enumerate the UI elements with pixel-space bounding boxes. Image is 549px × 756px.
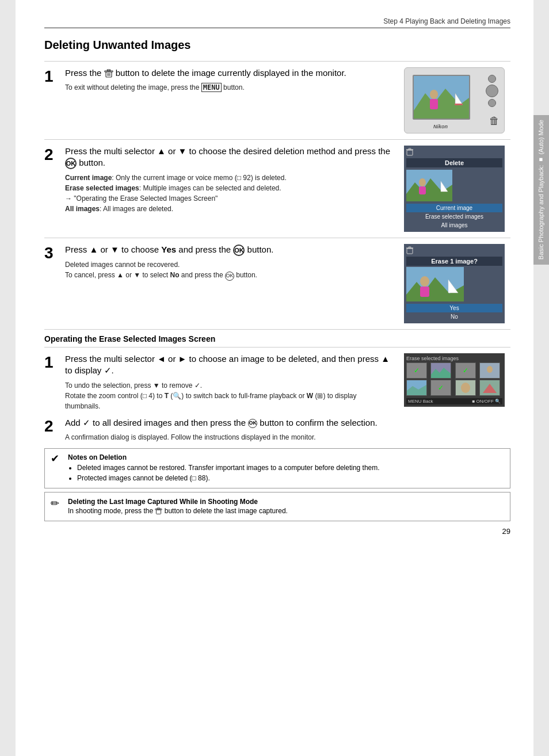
notes-list: Deleted images cannot be restored. Trans… (68, 463, 380, 483)
sub-step-2-body: A confirmation dialog is displayed. Foll… (65, 432, 505, 442)
svg-point-13 (430, 90, 438, 99)
thumb-6 (430, 380, 451, 396)
svg-rect-41 (157, 510, 161, 514)
sub-section-title-text: Operating the Erase Selected Images Scre… (44, 334, 215, 343)
thumb-2 (430, 362, 451, 379)
lcd-erase-photo-svg (406, 267, 464, 301)
ok-btn-icon-4: OK (248, 419, 257, 428)
page: Basic Photography and Playback: ■ (Auto)… (16, 0, 533, 756)
step-3-heading: Press ▲ or ▼ to choose Yes and press the… (65, 244, 392, 256)
step-2: 2 Press the multi selector ▲ or ▼ to cho… (44, 139, 510, 232)
lcd-menu-all: All images (406, 221, 502, 230)
note-item-1: Deleted images cannot be restored. Trans… (77, 463, 380, 473)
thumbnail-grid (406, 362, 502, 396)
step-2-heading: Press the multi selector ▲ or ▼ to choos… (65, 146, 392, 169)
step-2-image: Delete Current image Erase selected imag… (404, 146, 510, 232)
sub-step-1-heading: Press the multi selector ◄ or ► to choos… (65, 353, 392, 377)
step-1-content: Press the button to delete the image cur… (65, 67, 398, 133)
lcd-erase-sel-screen: Erase selected images (404, 353, 505, 407)
svg-rect-21 (419, 186, 426, 194)
trash-icon-small-2 (406, 246, 413, 254)
sub-step-2-content: Add ✓ to all desired images and then pre… (65, 417, 510, 442)
step-1-body: To exit without deleting the image, pres… (65, 82, 392, 93)
sub-step-1-image: Erase selected images (404, 353, 510, 411)
step-2-number: 2 (44, 146, 65, 232)
lcd-erase-screen: Erase 1 image? Yes No (404, 244, 505, 323)
lcd-onoff-label: ■ ON/OFF 🔍 (472, 399, 501, 404)
ctrl-btn-3 (488, 99, 496, 107)
note-icon: ✔ (51, 453, 63, 464)
lcd-menu-erase: Erase selected images (406, 212, 502, 221)
ctrl-btn-ok (486, 85, 498, 97)
trash-icon-tip (155, 507, 162, 515)
step-1-image: 🗑 Nikon (404, 67, 510, 133)
ctrl-btn-1 (488, 75, 496, 83)
step-1: 1 Press the button to delete the image c… (44, 61, 510, 133)
ok-btn-icon: OK (65, 158, 77, 169)
trash-icon-small (406, 148, 413, 156)
step-1-heading: Press the button to delete the image cur… (65, 67, 392, 79)
thumb-5 (406, 380, 427, 396)
thumb-1 (406, 362, 427, 379)
step-3-number: 3 (44, 244, 65, 323)
section-title: Deleting Unwanted Images (44, 39, 510, 52)
step-2-body: Current image: Only the current image or… (65, 173, 392, 214)
nikon-logo: Nikon (433, 124, 448, 129)
lcd-delete-title: Delete (406, 158, 502, 167)
lcd-menu-items: Current image Erase selected images All … (406, 204, 502, 230)
tip-body: In shooting mode, press the button to de… (68, 506, 288, 516)
sub-step-2-heading: Add ✓ to all desired images and then pre… (65, 417, 505, 429)
note-title: Notes on Deletion (68, 453, 380, 461)
tip-content: Deleting the Last Image Captured While i… (68, 497, 288, 516)
lcd-back-label: MENU Back (408, 399, 433, 404)
step-3-body: Deleted images cannot be recovered. To c… (65, 259, 392, 281)
note-content: Notes on Deletion Deleted images cannot … (68, 453, 380, 483)
tip-box: ✏ Deleting the Last Image Captured While… (44, 492, 510, 521)
sub-step-2: 2 Add ✓ to all desired images and then p… (44, 417, 510, 442)
page-number: 29 (44, 527, 510, 536)
thumb-4 (479, 362, 500, 379)
step-1-number: 1 (44, 67, 65, 133)
svg-rect-23 (407, 249, 413, 254)
lcd-menu-current: Current image (406, 204, 502, 212)
page-header-text: Step 4 Playing Back and Deleting Images (383, 17, 510, 25)
note-item-2: Protected images cannot be deleted (□ 88… (77, 473, 380, 483)
side-tab-text: Basic Photography and Playback: ■ (Auto)… (537, 120, 545, 259)
ok-btn-icon-2: OK (233, 245, 245, 256)
sub-step-2-number: 2 (44, 417, 65, 442)
thumb-8 (479, 380, 500, 396)
ok-btn-icon-3: OK (225, 272, 234, 281)
step-3-image: Erase 1 image? Yes No (404, 244, 510, 323)
trash-icon (104, 69, 113, 78)
lcd-erase-photo (406, 267, 502, 301)
tip-icon: ✏ (51, 497, 63, 510)
lcd-erase-title: Erase 1 image? (406, 257, 502, 266)
side-tab: Basic Photography and Playback: ■ (Auto)… (533, 115, 549, 265)
sub-step-1-body: To undo the selection, press ▼ to remove… (65, 380, 392, 411)
tip-title: Deleting the Last Image Captured While i… (68, 498, 258, 506)
svg-rect-15 (407, 150, 413, 155)
camera-trash-btn: 🗑 (489, 115, 500, 127)
svg-point-34 (487, 366, 493, 373)
svg-point-28 (420, 276, 429, 287)
sub-section-title: Operating the Erase Selected Images Scre… (44, 329, 510, 343)
svg-rect-25 (409, 247, 411, 248)
svg-rect-43 (158, 508, 161, 509)
svg-point-20 (419, 178, 426, 186)
lcd-yes: Yes (406, 304, 502, 312)
page-header: Step 4 Playing Back and Deleting Images (44, 17, 510, 28)
svg-rect-14 (430, 99, 438, 109)
lcd-photo-area (406, 170, 502, 201)
step-2-content: Press the multi selector ▲ or ▼ to choos… (65, 146, 398, 232)
svg-rect-17 (409, 148, 411, 150)
step-3-content: Press ▲ or ▼ to choose Yes and press the… (65, 244, 398, 323)
lcd-delete-screen: Delete Current image Erase selected imag… (404, 146, 505, 232)
sub-step-1-content: Press the multi selector ◄ or ► to choos… (65, 353, 398, 411)
camera-controls (486, 75, 498, 107)
sub-step-1-number: 1 (44, 353, 65, 411)
lcd-bottom-bar: MENU Back ■ ON/OFF 🔍 (406, 398, 502, 404)
lcd-no: No (406, 312, 502, 321)
thumb-3 (455, 362, 476, 379)
thumb-7 (455, 380, 476, 396)
svg-rect-29 (420, 287, 429, 297)
